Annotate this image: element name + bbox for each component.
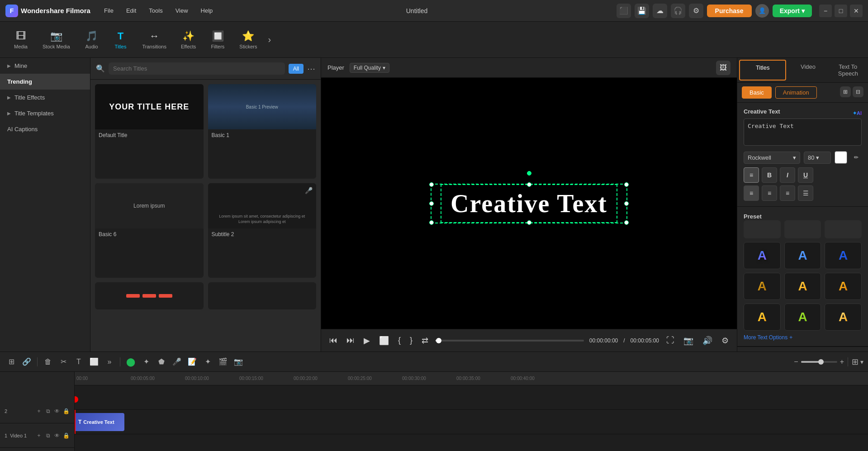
preset-item-7[interactable]: A bbox=[744, 304, 781, 331]
more-options-icon[interactable]: ⋯ bbox=[307, 64, 315, 74]
tool-audio[interactable]: 🎵 Audio bbox=[78, 28, 105, 52]
sidebar-item-mine[interactable]: ▶ Mine bbox=[0, 58, 90, 74]
voice-button[interactable]: 🎤 bbox=[170, 355, 184, 369]
handle-br[interactable] bbox=[624, 220, 629, 225]
tool-transitions[interactable]: ↔ Transitions bbox=[136, 28, 173, 52]
tool-titles[interactable]: T Titles bbox=[107, 28, 134, 52]
zoom-plus-icon[interactable]: + bbox=[840, 358, 844, 366]
grid-icon-btn[interactable]: ⊞ bbox=[852, 357, 859, 367]
screenshot-ctrl-button[interactable]: 📷 bbox=[682, 334, 695, 347]
cloud-icon-btn[interactable]: ☁ bbox=[653, 4, 667, 18]
mark-out-button[interactable]: } bbox=[408, 334, 414, 347]
track-copy-icon-1[interactable]: ⧉ bbox=[44, 432, 52, 439]
preset-item-hidden1[interactable] bbox=[744, 220, 781, 238]
handle-bl[interactable] bbox=[429, 220, 434, 225]
text-button[interactable]: T bbox=[72, 355, 85, 369]
creative-text-clip[interactable]: T Creative Text bbox=[75, 413, 124, 431]
preset-item-6[interactable]: A bbox=[825, 273, 862, 300]
track-add-icon-2[interactable]: + bbox=[35, 408, 43, 415]
preset-item-5[interactable]: A bbox=[784, 273, 821, 300]
delete-button[interactable]: 🗑 bbox=[41, 355, 55, 369]
settings-ctrl-button[interactable]: ⚙ bbox=[720, 334, 730, 347]
zoom-track[interactable] bbox=[801, 361, 837, 363]
align-justify-btn[interactable]: ☰ bbox=[798, 185, 813, 201]
zoom-minus-icon[interactable]: − bbox=[794, 358, 798, 366]
ai-tl-button[interactable]: ✦ bbox=[201, 355, 214, 369]
preset-item-hidden2[interactable] bbox=[784, 220, 821, 238]
track-lock-icon-2[interactable]: 🔒 bbox=[62, 408, 70, 415]
toolbar-more-icon[interactable]: › bbox=[265, 32, 274, 47]
settings-icon-btn[interactable]: ⚙ bbox=[689, 4, 703, 18]
handle-tr[interactable] bbox=[624, 182, 629, 187]
tool-media[interactable]: 🎞 Media bbox=[7, 28, 34, 52]
handle-rotate[interactable] bbox=[527, 171, 531, 176]
handle-tl[interactable] bbox=[429, 182, 434, 187]
preset-item-hidden3[interactable] bbox=[825, 220, 862, 238]
mask-button[interactable]: ⬟ bbox=[155, 355, 168, 369]
subtab-basic[interactable]: Basic bbox=[742, 86, 772, 99]
preset-item-1[interactable]: A bbox=[744, 242, 781, 269]
link-button[interactable]: 🔗 bbox=[20, 355, 33, 369]
preset-item-9[interactable]: A bbox=[825, 304, 862, 331]
skip-back-button[interactable]: ⏮ bbox=[327, 334, 339, 347]
mark-in-button[interactable]: { bbox=[396, 334, 403, 347]
play-button[interactable]: ▶ bbox=[362, 334, 372, 347]
auto-caption-button[interactable]: 📝 bbox=[185, 355, 199, 369]
underline-btn[interactable]: U bbox=[798, 167, 813, 183]
preset-item-2[interactable]: A bbox=[784, 242, 821, 269]
title-card-basic6[interactable]: Lorem ipsum Basic 6 bbox=[95, 183, 204, 278]
maximize-button[interactable]: □ bbox=[835, 5, 847, 17]
quality-select[interactable]: Full Quality ▾ bbox=[350, 63, 389, 73]
add-track-button[interactable]: ⊞ bbox=[5, 355, 18, 369]
more-text-options[interactable]: More Text Options + bbox=[744, 334, 862, 341]
playhead[interactable] bbox=[75, 410, 76, 434]
align-right-btn[interactable]: ≡ bbox=[780, 185, 795, 201]
track-copy-icon-2[interactable]: ⧉ bbox=[44, 408, 52, 415]
filter-button[interactable]: All bbox=[289, 64, 304, 74]
search-input[interactable] bbox=[109, 62, 285, 75]
font-select[interactable]: Rockwell ▾ bbox=[744, 152, 800, 164]
step-back-button[interactable]: ⏭ bbox=[345, 334, 356, 347]
screenshot-icon-btn[interactable]: 🖼 bbox=[716, 61, 730, 75]
effects-tl-button[interactable]: ✦ bbox=[139, 355, 153, 369]
menu-tools[interactable]: Tools bbox=[144, 5, 167, 16]
cut-button[interactable]: ✂ bbox=[57, 355, 70, 369]
handle-bc[interactable] bbox=[527, 220, 531, 225]
expand-icon-btn[interactable]: ⊞ bbox=[840, 86, 851, 97]
progress-bar[interactable] bbox=[436, 340, 584, 342]
color-swatch[interactable] bbox=[835, 151, 847, 164]
scene-detect-button[interactable]: 🎬 bbox=[216, 355, 230, 369]
preset-item-8[interactable]: A bbox=[784, 304, 821, 331]
menu-file[interactable]: File bbox=[100, 5, 118, 16]
volume-button[interactable]: 🔊 bbox=[701, 334, 714, 347]
snapshot-button[interactable]: 📷 bbox=[232, 355, 245, 369]
track-add-icon-1[interactable]: + bbox=[35, 432, 43, 439]
title-card-partial2[interactable] bbox=[208, 282, 317, 309]
align-center-btn[interactable]: ≡ bbox=[762, 185, 777, 201]
track-eye-icon-1[interactable]: 👁 bbox=[53, 432, 61, 439]
center-align-format-btn[interactable]: ≡ bbox=[744, 167, 759, 183]
handle-ml[interactable] bbox=[429, 201, 434, 206]
save-icon-btn[interactable]: 💾 bbox=[635, 4, 649, 18]
purchase-button[interactable]: Purchase bbox=[707, 5, 752, 17]
close-button[interactable]: ✕ bbox=[850, 5, 863, 17]
tool-effects[interactable]: ✨ Effects bbox=[175, 28, 202, 52]
subtab-animation[interactable]: Animation bbox=[775, 86, 817, 99]
monitor-icon-btn[interactable]: ⬛ bbox=[617, 4, 631, 18]
sidebar-item-title-templates[interactable]: ▶ Title Templates bbox=[0, 105, 90, 121]
title-card-default[interactable]: YOUR TITLE HERE Default Title bbox=[95, 84, 204, 179]
align-left-btn[interactable]: ≡ bbox=[744, 185, 759, 201]
tab-titles[interactable]: Titles bbox=[739, 60, 786, 81]
title-card-subtitle2[interactable]: 🎤 Lorem ipsum sit amet, consectetur adip… bbox=[208, 183, 317, 278]
track-lock-icon-1[interactable]: 🔒 bbox=[62, 432, 70, 439]
text-input[interactable]: Creative Text bbox=[744, 119, 862, 146]
export-button[interactable]: Export ▾ bbox=[773, 5, 812, 17]
menu-view[interactable]: View bbox=[171, 5, 193, 16]
sidebar-item-trending[interactable]: Trending bbox=[0, 74, 90, 90]
menu-edit[interactable]: Edit bbox=[122, 5, 141, 16]
menu-help[interactable]: Help bbox=[196, 5, 218, 16]
preset-item-4[interactable]: A bbox=[744, 273, 781, 300]
minimize-button[interactable]: − bbox=[819, 5, 832, 17]
handle-mr[interactable] bbox=[624, 201, 629, 206]
preset-item-3[interactable]: A bbox=[825, 242, 862, 269]
